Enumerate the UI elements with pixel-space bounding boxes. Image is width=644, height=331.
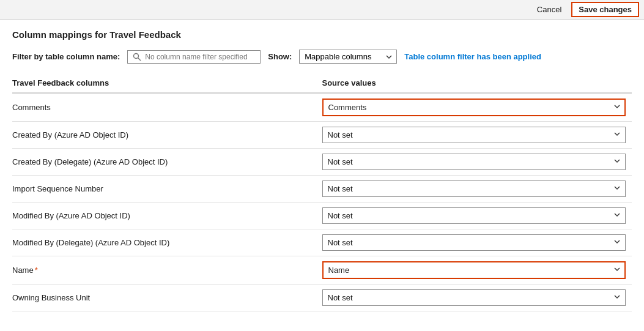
select-wrap-comments: Comments xyxy=(322,99,626,116)
source-value-cell-import-seq: Not set xyxy=(322,176,632,203)
source-select-name[interactable]: Name xyxy=(322,261,626,279)
source-select-modified-by[interactable]: Not set xyxy=(322,207,626,224)
source-select-import-seq[interactable]: Not set xyxy=(322,180,626,197)
source-select-modified-by-delegate[interactable]: Not set xyxy=(322,234,626,251)
column-name-comments: Comments xyxy=(12,93,322,122)
select-wrap-modified-by-delegate: Not set xyxy=(322,234,626,251)
toolbar: Cancel Save changes xyxy=(0,0,644,20)
col1-header: Travel Feedback columns xyxy=(12,73,322,93)
table-row: Modified By (Azure AD Object ID)Not set xyxy=(12,203,632,229)
table-row: CommentsComments xyxy=(12,93,632,122)
col2-header: Source values xyxy=(322,73,632,93)
table-row: Created By (Azure AD Object ID)Not set xyxy=(12,122,632,149)
source-value-cell-owning-bu: Not set xyxy=(322,285,632,311)
column-filter-input[interactable] xyxy=(145,53,255,61)
filter-applied-message: Table column filter has been applied xyxy=(404,52,541,61)
table-row: Import Sequence NumberNot set xyxy=(12,176,632,203)
column-name-owning-bu: Owning Business Unit xyxy=(12,285,322,311)
source-value-cell-comments: Comments xyxy=(322,93,632,122)
svg-point-0 xyxy=(134,53,139,58)
table-row: Modified By (Delegate) (Azure AD Object … xyxy=(12,229,632,256)
select-wrap-created-by-delegate: Not set xyxy=(322,154,626,170)
table-row: Name*Name xyxy=(12,256,632,285)
cancel-button[interactable]: Cancel xyxy=(532,3,566,16)
source-value-cell-created-by-delegate: Not set xyxy=(322,149,632,176)
source-select-owning-bu[interactable]: Not set xyxy=(322,289,626,306)
filter-label: Filter by table column name: xyxy=(12,52,120,61)
show-label: Show: xyxy=(268,52,292,61)
select-wrap-import-seq: Not set xyxy=(322,180,626,197)
source-value-cell-modified-by: Not set xyxy=(322,203,632,229)
select-wrap-modified-by: Not set xyxy=(322,207,626,224)
page-title: Column mappings for Travel Feedback xyxy=(12,29,632,40)
source-value-cell-created-by: Not set xyxy=(322,122,632,149)
save-button[interactable]: Save changes xyxy=(571,2,639,17)
column-name-created-by: Created By (Azure AD Object ID) xyxy=(12,122,322,149)
source-select-created-by-delegate[interactable]: Not set xyxy=(322,154,626,170)
column-name-import-seq: Import Sequence Number xyxy=(12,176,322,203)
filter-row: Filter by table column name: Show: Mappa… xyxy=(12,50,632,64)
column-name-name: Name* xyxy=(12,256,322,285)
source-value-cell-modified-by-delegate: Not set xyxy=(322,229,632,256)
main-content: Column mappings for Travel Feedback Filt… xyxy=(0,20,644,321)
table-row: Created By (Delegate) (Azure AD Object I… xyxy=(12,149,632,176)
select-wrap-created-by: Not set xyxy=(322,127,626,143)
source-select-created-by[interactable]: Not set xyxy=(322,127,626,143)
source-value-cell-name: Name xyxy=(322,256,632,285)
table-header-row: Travel Feedback columns Source values xyxy=(12,73,632,93)
select-wrap-name: Name xyxy=(322,261,626,279)
required-indicator: * xyxy=(35,266,38,275)
filter-input-wrap xyxy=(127,50,261,64)
mapping-table: Travel Feedback columns Source values Co… xyxy=(12,73,632,311)
show-select[interactable]: Mappable columns All columns Required co… xyxy=(299,50,397,64)
search-icon xyxy=(133,53,141,61)
source-select-comments[interactable]: Comments xyxy=(322,99,626,116)
column-name-modified-by: Modified By (Azure AD Object ID) xyxy=(12,203,322,229)
table-row: Owning Business UnitNot set xyxy=(12,285,632,311)
select-wrap-owning-bu: Not set xyxy=(322,289,626,306)
column-name-created-by-delegate: Created By (Delegate) (Azure AD Object I… xyxy=(12,149,322,176)
column-name-modified-by-delegate: Modified By (Delegate) (Azure AD Object … xyxy=(12,229,322,256)
svg-line-1 xyxy=(138,58,141,61)
